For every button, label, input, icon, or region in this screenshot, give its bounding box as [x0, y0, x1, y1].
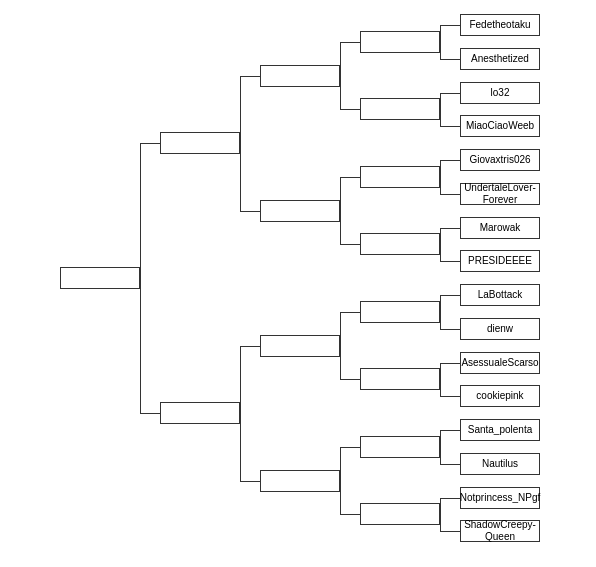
connector-h — [340, 244, 360, 245]
connector-h — [440, 59, 460, 60]
connector-v — [340, 177, 341, 245]
player-box: LaBottack — [460, 284, 540, 306]
connector-h — [440, 531, 460, 532]
connector-h — [440, 93, 460, 94]
connector-v — [340, 42, 341, 110]
connector-h — [440, 498, 460, 499]
player-box: Anesthetized — [460, 48, 540, 70]
connector-h — [440, 261, 460, 262]
player-box: ShadowCreepy-Queen — [460, 520, 540, 542]
connector-h — [140, 413, 160, 414]
connector-h — [440, 126, 460, 127]
connector-v — [440, 430, 441, 464]
connector-h — [340, 514, 360, 515]
connector-v — [240, 346, 241, 481]
connector-v — [440, 498, 441, 532]
player-box — [360, 98, 440, 120]
connector-v — [440, 228, 441, 262]
connector-h — [340, 379, 360, 380]
player-box — [260, 200, 340, 222]
connector-h — [240, 211, 260, 212]
connector-h — [340, 177, 360, 178]
player-box: Fedetheotaku — [460, 14, 540, 36]
player-box — [160, 402, 240, 424]
player-box: AsessualeScarso — [460, 352, 540, 374]
connector-h — [340, 42, 360, 43]
connector-h — [440, 363, 460, 364]
connector-v — [240, 76, 241, 211]
player-box — [360, 31, 440, 53]
connector-h — [440, 295, 460, 296]
connector-v — [440, 363, 441, 397]
player-box: Marowak — [460, 217, 540, 239]
connector-v — [140, 143, 141, 413]
connector-h — [440, 25, 460, 26]
connector-h — [240, 76, 260, 77]
player-box — [360, 503, 440, 525]
connector-v — [440, 93, 441, 127]
connector-v — [440, 160, 441, 194]
connector-v — [440, 25, 441, 59]
connector-h — [240, 346, 260, 347]
player-box: dienw — [460, 318, 540, 340]
player-box: Giovaxtris026 — [460, 149, 540, 171]
connector-h — [440, 329, 460, 330]
player-box — [360, 166, 440, 188]
player-box — [260, 335, 340, 357]
connector-h — [440, 228, 460, 229]
player-box — [360, 436, 440, 458]
player-box: cookiepink — [460, 385, 540, 407]
player-box — [260, 65, 340, 87]
player-box — [360, 301, 440, 323]
player-box: MiaoCiaoWeeb — [460, 115, 540, 137]
connector-h — [340, 447, 360, 448]
connector-v — [340, 447, 341, 515]
bracket-container: FedetheotakuAnesthetizedlo32MiaoCiaoWeeb… — [0, 0, 596, 567]
player-box: lo32 — [460, 82, 540, 104]
player-box — [260, 470, 340, 492]
connector-h — [340, 109, 360, 110]
connector-h — [440, 430, 460, 431]
player-box: PRESIDEEEE — [460, 250, 540, 272]
connector-h — [240, 481, 260, 482]
player-box: Notprincess_NPgf — [460, 487, 540, 509]
connector-v — [440, 295, 441, 329]
connector-h — [340, 312, 360, 313]
player-box — [60, 267, 140, 289]
player-box — [160, 132, 240, 154]
player-box: Santa_polenta — [460, 419, 540, 441]
connector-h — [440, 194, 460, 195]
connector-h — [440, 160, 460, 161]
player-box: UndertaleLover-Forever — [460, 183, 540, 205]
player-box — [360, 233, 440, 255]
connector-h — [440, 396, 460, 397]
connector-v — [340, 312, 341, 380]
player-box — [360, 368, 440, 390]
connector-h — [440, 464, 460, 465]
player-box: Nautilus — [460, 453, 540, 475]
connector-h — [140, 143, 160, 144]
